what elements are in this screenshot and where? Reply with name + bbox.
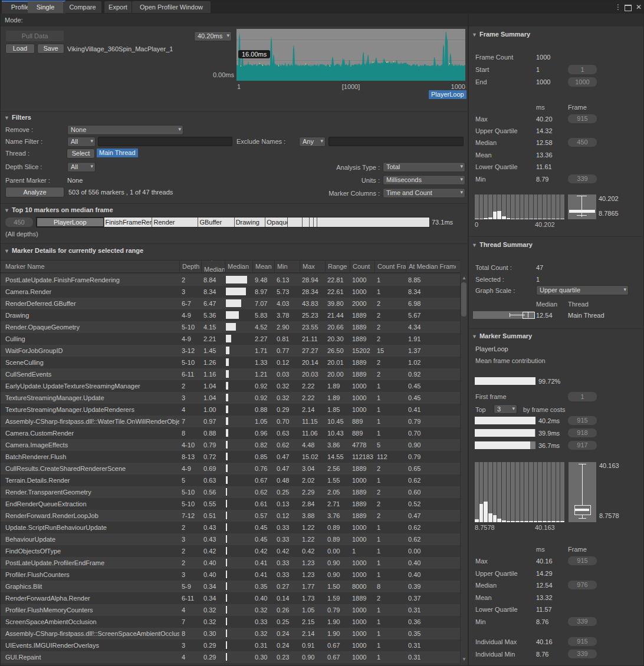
table-row[interactable]: Camera.Render38.348.975.7328.3422.611000… xyxy=(1,286,460,298)
ms-first-frame-badge[interactable]: 1 xyxy=(568,392,597,401)
maximize-icon[interactable] xyxy=(625,5,632,11)
table-row[interactable]: Camera.ImageEffects4-100.790.820.624.483… xyxy=(1,439,460,451)
table-row[interactable]: GUI.Repaint40.290.300.230.900.67100010.3… xyxy=(1,651,460,663)
stat-frame-badge[interactable]: 339 xyxy=(568,617,597,626)
kebab-menu-icon[interactable]: ⋮ xyxy=(615,3,622,11)
analysis-type-dropdown[interactable]: Total▾ xyxy=(383,162,465,172)
stat-frame-badge[interactable]: 915 xyxy=(568,556,597,565)
top10-segment-drawing[interactable]: Drawing xyxy=(235,217,266,227)
table-row[interactable]: Profiler.FlushMemoryCounters40.320.320.2… xyxy=(1,604,460,616)
column-header-depth[interactable]: Depth xyxy=(179,261,201,272)
table-row[interactable]: Render.TransparentGeometry5-100.560.620.… xyxy=(1,486,460,498)
table-row[interactable]: Render.OpaqueGeometry5-104.154.522.9023.… xyxy=(1,321,460,333)
column-header-at-median-frame[interactable]: At Median Frame xyxy=(406,261,456,272)
table-row[interactable]: FindObjectsOfType20.420.420.420.420.0011… xyxy=(1,545,460,557)
column-header-median[interactable]: Median xyxy=(225,261,252,272)
top10-segment[interactable] xyxy=(288,217,303,227)
stat-frame-badge[interactable]: 915 xyxy=(568,114,597,123)
tab-single[interactable]: Single xyxy=(28,1,63,13)
table-row[interactable]: RenderForwardAlpha.Render6-110.340.400.1… xyxy=(1,592,460,604)
table-row[interactable]: Culling4-92.212.270.8121.1120.30188921.9… xyxy=(1,333,460,345)
fs-field-badge[interactable]: 1 xyxy=(568,65,597,74)
table-row[interactable]: Update.ScriptRunBehaviourUpdate20.430.45… xyxy=(1,522,460,533)
load-button[interactable]: Load xyxy=(5,44,35,54)
depth-slice-dropdown[interactable]: All▾ xyxy=(67,162,96,172)
table-row[interactable]: TextureStreamingManager.Update31.040.920… xyxy=(1,392,460,404)
chart-selected-marker-badge[interactable]: PlayerLoop xyxy=(429,90,466,99)
filters-section-header[interactable]: ▼Filters xyxy=(4,114,31,121)
table-row[interactable]: RenderForward.RenderLoopJob7-120.510.570… xyxy=(1,510,460,522)
stat-frame-badge[interactable]: 915 xyxy=(568,637,597,646)
table-row[interactable]: CullResults.CreateSharedRendererScene4-9… xyxy=(1,463,460,474)
tab-compare[interactable]: Compare xyxy=(64,1,101,13)
pull-data-button[interactable]: Pull Data xyxy=(5,30,64,42)
fs-field-badge[interactable]: 1000 xyxy=(568,77,597,87)
table-row[interactable]: SceneCulling5-101.261.330.1220.1420.0118… xyxy=(1,357,460,368)
ms-top-frame-badge[interactable]: 915 xyxy=(568,416,597,425)
stat-frame-badge[interactable]: 339 xyxy=(568,649,597,658)
tab-open-profiler-window[interactable]: Open Profiler Window xyxy=(132,1,211,13)
scroll-down-icon[interactable]: ▼ xyxy=(462,657,466,662)
name-filter-input[interactable] xyxy=(98,137,232,146)
column-header-min[interactable]: Min xyxy=(274,261,300,272)
top10-segment-render[interactable]: Render xyxy=(152,217,198,227)
frame-time-chart[interactable] xyxy=(236,29,465,81)
name-filter-mode-dropdown[interactable]: All▾ xyxy=(67,137,96,147)
analyze-button[interactable]: Analyze xyxy=(5,187,64,197)
marker-columns-dropdown[interactable]: Time and Count▾ xyxy=(383,188,465,198)
frame-summary-header[interactable]: ▼Frame Summary xyxy=(472,31,530,38)
thread-summary-header[interactable]: ▼Thread Summary xyxy=(472,241,533,248)
table-row[interactable]: Assembly-CSharp-firstpass.dll!::WaterTil… xyxy=(1,416,460,427)
ms-top-frame-badge[interactable]: 918 xyxy=(568,428,597,437)
table-row[interactable]: EarlyUpdate.UpdateTextureStreamingManage… xyxy=(1,380,460,392)
top10-section-header[interactable]: ▼Top 10 markers on median frame xyxy=(4,206,113,213)
table-row[interactable]: RenderDeferred.GBuffer6-76.477.074.0343.… xyxy=(1,298,460,309)
table-row[interactable]: PostLateUpdate.FinishFrameRendering28.84… xyxy=(1,274,460,286)
stat-frame-badge[interactable]: 450 xyxy=(568,138,597,147)
exclude-mode-dropdown[interactable]: Any▾ xyxy=(299,137,326,147)
column-header-count[interactable]: Count xyxy=(350,261,374,272)
close-icon[interactable]: ✕ xyxy=(636,3,642,11)
column-header-mean[interactable]: Mean xyxy=(252,261,274,272)
table-row[interactable]: PostLateUpdate.ProfilerEndFrame20.400.41… xyxy=(1,557,460,569)
table-row[interactable]: TextureStreamingManager.UpdateRenderers4… xyxy=(1,404,460,416)
top10-segment[interactable] xyxy=(317,217,429,227)
table-row[interactable]: Terrain.Details.Render50.630.670.482.021… xyxy=(1,474,460,486)
table-row[interactable]: EndRenderQueueExtraction5-100.550.610.13… xyxy=(1,498,460,510)
remove-dropdown[interactable]: None▾ xyxy=(67,125,183,135)
stat-frame-badge[interactable]: 976 xyxy=(568,581,597,589)
ms-top-frame-badge[interactable]: 917 xyxy=(568,441,597,450)
ms-top-count-dropdown[interactable]: 3▾ xyxy=(494,404,517,414)
table-row[interactable]: Graphics.Blit5-90.340.350.271.771.508000… xyxy=(1,581,460,592)
table-row[interactable]: UIEvents.IMGUIRenderOverlays30.290.310.2… xyxy=(1,639,460,651)
table-row[interactable]: BehaviourUpdate30.430.450.331.220.891000… xyxy=(1,533,460,545)
stat-frame-badge[interactable]: 339 xyxy=(568,174,597,183)
table-row[interactable]: Camera.CustomRender80.880.960.6311.0610.… xyxy=(1,427,460,439)
table-row[interactable]: Assembly-CSharp-firstpass.dll!::ScreenSp… xyxy=(1,628,460,639)
column-header-count-frame[interactable]: Count Frame xyxy=(374,261,406,272)
top10-segment-opaquegeometry[interactable]: OpaqueGeometry xyxy=(265,217,288,227)
thread-selection[interactable]: Main Thread xyxy=(97,149,138,157)
marker-details-section-header[interactable]: ▼Marker Details for currently selected r… xyxy=(4,247,143,254)
top10-segment[interactable] xyxy=(303,217,310,227)
save-button[interactable]: Save xyxy=(37,44,64,54)
table-row[interactable]: ScreenSpaceAmbientOcclusion70.320.330.25… xyxy=(1,616,460,628)
top10-segment-gbuffer[interactable]: GBuffer xyxy=(198,217,234,227)
tab-export[interactable]: Export xyxy=(104,1,132,13)
table-row[interactable]: Drawing4-95.365.833.7825.2321.44188925.6… xyxy=(1,309,460,321)
table-row[interactable]: BatchRenderer.Flush8-130.720.850.4715.02… xyxy=(1,451,460,463)
frame-range-dropdown[interactable]: 40.20ms▾ xyxy=(194,31,232,41)
column-header-max[interactable]: Max xyxy=(300,261,325,272)
table-row[interactable]: WaitForJobGroupID3-121.451.710.7727.2726… xyxy=(1,345,460,357)
thread-select-button[interactable]: Select xyxy=(67,149,95,159)
panel-divider[interactable] xyxy=(468,14,469,666)
marker-summary-header[interactable]: ▼Marker Summary xyxy=(472,332,532,339)
scroll-up-icon[interactable]: ▲ xyxy=(462,275,466,281)
table-row[interactable]: Profiler.FlushCounters30.400.410.331.230… xyxy=(1,569,460,581)
exclude-names-input[interactable] xyxy=(328,137,464,146)
units-dropdown[interactable]: Milliseconds▾ xyxy=(383,175,465,185)
table-row[interactable]: CullSendEvents6-111.161.210.0320.0320.00… xyxy=(1,368,460,380)
graph-scale-dropdown[interactable]: Upper quartile▾ xyxy=(536,285,629,295)
column-header-marker-name[interactable]: Marker Name xyxy=(1,261,179,272)
top10-segment[interactable] xyxy=(310,217,314,227)
